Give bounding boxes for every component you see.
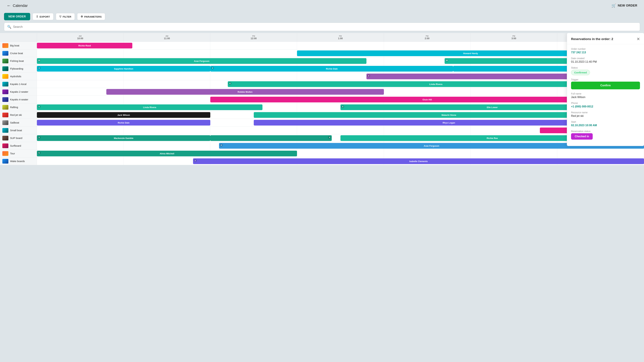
badge: 4	[328, 136, 331, 139]
badge: 2	[211, 66, 214, 69]
parameters-label: PARAMETERS	[84, 15, 102, 18]
toolbar: NEW ORDER ↥ EXPORT ▽ FILTER ⚙ PARAMETERS	[0, 11, 644, 23]
phone-field: Phone +1 (000) 000-0012	[571, 102, 640, 108]
resource-thumbnail	[2, 151, 8, 156]
page-title: Calendar	[13, 3, 28, 8]
time-column: PM12:00	[210, 33, 297, 41]
booking-label: Robbie Mullen	[238, 91, 252, 93]
booking-label: Richie Dale	[118, 121, 130, 124]
booking-label: Howard Hardy	[463, 52, 478, 55]
confirm-trigger-button[interactable]: Confirm	[571, 82, 640, 89]
panel-body: Order number 737 242 113 Date created 01…	[567, 44, 644, 146]
filter-button[interactable]: ▽ FILTER	[56, 13, 75, 20]
resource-name: Red jet ski	[10, 113, 22, 116]
time-column: AM10:00	[37, 33, 124, 41]
table-row: Howard Hardy	[37, 49, 644, 57]
booking-bar[interactable]: 3Mackenzie Gamble	[37, 135, 210, 141]
resource-item: Flyboarding	[0, 65, 37, 72]
filter-label: FILTER	[63, 15, 71, 18]
booking-bar[interactable]: Robbie Mullen	[106, 89, 384, 95]
calendar-cell	[124, 80, 210, 88]
booking-bar[interactable]: Richie Reed	[37, 43, 132, 48]
checked-in-badge[interactable]: Checked in	[571, 133, 593, 140]
time-header: AM10:00AM11:00PM12:00PM1:00PM2:00PM3:00P…	[37, 33, 644, 42]
calendar-cell	[297, 42, 384, 49]
calendar-cell	[210, 126, 297, 134]
resource-item: Sailboat	[0, 119, 37, 126]
calendar-cell	[37, 157, 124, 165]
close-button[interactable]: ✕	[636, 37, 640, 41]
booking-bar[interactable]: Richie Dale	[37, 120, 210, 125]
date-created-field: Date created 01.10.2023 11:40 PM	[571, 57, 640, 63]
table-row: Richie DaleRhys Logan	[37, 119, 644, 126]
table-row: Robbie Mullen	[37, 88, 644, 96]
reservation-status-label: Reservation status	[571, 130, 640, 133]
resource-item: Hydrofoils	[0, 72, 37, 80]
calendar-cell	[37, 80, 124, 88]
resource-item: Big boat	[0, 42, 37, 49]
trigger-field: Trigger Confirm	[571, 78, 640, 89]
booking-bar[interactable]: 5Alivia Mitchell	[37, 151, 297, 156]
table-row: 4Sapphire Hamilton2Richie Dale5	[37, 65, 644, 72]
panel-title: Reservations in the order: 2	[571, 37, 613, 41]
time-grid: AM10:00AM11:00PM12:00PM1:00PM2:00PM3:00P…	[37, 33, 644, 165]
booking-label: Aran Ferguson	[191, 60, 212, 62]
resource-thumbnail	[2, 113, 8, 117]
resource-item: Fishing boat	[0, 57, 37, 65]
parameters-button[interactable]: ⚙ PARAMETERS	[77, 13, 105, 20]
calendar-cell	[37, 72, 124, 80]
search-icon: 🔍	[7, 25, 12, 29]
time-column: AM11:00	[124, 33, 210, 41]
export-icon: ↥	[36, 15, 38, 18]
status-badge: Confirmed	[571, 70, 590, 75]
calendar-cell	[124, 49, 210, 57]
calendar-cell	[384, 150, 470, 157]
calendar-cell	[470, 88, 557, 95]
phone-value[interactable]: +1 (000) 000-0012	[571, 105, 640, 108]
booking-bar[interactable]: 4Linda Rivera	[37, 104, 262, 110]
start-value: 02.10.2023 10:00 AM	[571, 124, 640, 127]
resource-name: Kayaks 2-seater	[10, 90, 28, 93]
order-number-label: Order number	[571, 48, 640, 50]
booking-label: Aran Ferguson	[421, 145, 442, 147]
calendar-cell	[210, 42, 297, 49]
booking-bar[interactable]: 4Sapphire Hamilton	[37, 66, 210, 71]
booking-bar[interactable]: 10Aran Ferguson	[37, 58, 366, 64]
table-row: Jack WilsonMalachi Stone	[37, 111, 644, 119]
badge: 2	[194, 159, 197, 162]
trigger-label: Trigger	[571, 78, 640, 81]
booking-bar[interactable]: 4	[210, 135, 332, 141]
status-label: Status	[571, 66, 640, 69]
calendar-container: Big boat Cruise boat Fishing boat Flyboa…	[0, 33, 644, 165]
badge: 4	[341, 105, 344, 108]
booking-bar[interactable]: 2Isabelle Clements	[193, 158, 644, 164]
new-order-button[interactable]: NEW ORDER	[4, 13, 30, 20]
back-button[interactable]: ← Calendar	[7, 3, 28, 8]
export-label: EXPORT	[40, 15, 50, 18]
cart-icon: 🛒	[612, 3, 616, 8]
booking-bar[interactable]: Jack Wilson	[37, 112, 210, 118]
phone-label: Phone	[571, 102, 640, 104]
booking-bar[interactable]: 2Richie Dale	[210, 66, 453, 71]
resource-thumbnail	[2, 105, 8, 110]
order-number-field: Order number 737 242 113	[571, 48, 640, 54]
resource-name: Flyboarding	[10, 67, 23, 70]
calendar-cell	[384, 126, 470, 134]
resource-item: SUP board	[0, 134, 37, 142]
resource-name-field: Resource name Red jet ski	[571, 111, 640, 117]
search-input[interactable]	[13, 25, 637, 29]
order-number-value[interactable]: 737 242 113	[571, 51, 640, 54]
new-order-top-button[interactable]: 🛒 NEW ORDER	[612, 3, 637, 8]
badge: 2	[367, 74, 370, 77]
calendar-cell	[470, 42, 557, 49]
resource-item: Kayaks 1-local	[0, 80, 37, 88]
booking-label: Isabelle Clements	[406, 160, 431, 163]
badge: 4	[228, 82, 232, 85]
export-button[interactable]: ↥ EXPORT	[32, 13, 54, 20]
time-column: PM1:00	[297, 33, 384, 41]
calendar-cell	[124, 142, 210, 149]
booking-label: Elle Lower	[484, 106, 500, 109]
gear-icon: ⚙	[81, 15, 83, 18]
resource-thumbnail	[2, 74, 8, 79]
top-header: ← Calendar 🛒 NEW ORDER	[0, 0, 644, 11]
